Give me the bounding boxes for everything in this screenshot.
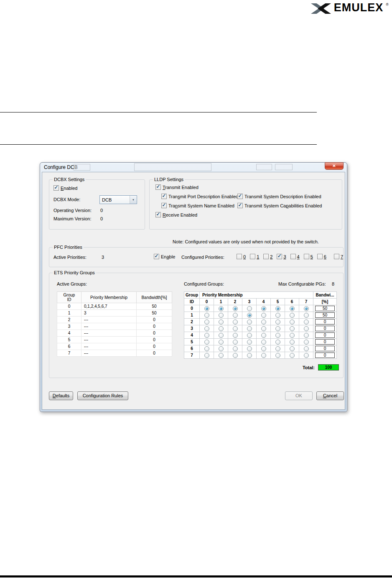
group-0-priority-2-radio[interactable] <box>233 306 238 311</box>
group-7-priority-3-radio[interactable] <box>247 353 252 358</box>
group-6-priority-5-radio[interactable] <box>275 346 280 351</box>
group-0-priority-6-radio[interactable] <box>290 306 295 311</box>
receive-enabled-item[interactable]: Receive Enabled <box>155 212 197 217</box>
group-5-priority-6-radio[interactable] <box>290 340 295 345</box>
transmit-system-description-item[interactable]: Transmit System Description Enabled <box>237 194 321 199</box>
group-0-priority-3-radio[interactable] <box>247 306 252 311</box>
group-2-priority-6-radio[interactable] <box>290 319 295 324</box>
pfc-priority-3-checkbox[interactable] <box>277 254 282 259</box>
pfc-priority-3-item[interactable]: 3 <box>277 254 286 259</box>
group-4-priority-6-radio[interactable] <box>290 333 295 338</box>
group-2-priority-5-radio[interactable] <box>275 319 280 324</box>
transmit-enabled-item[interactable]: Transmit Enabled <box>155 184 199 190</box>
pfc-priority-2-item[interactable]: 2 <box>263 254 272 259</box>
group-0-priority-4-radio[interactable] <box>261 306 266 311</box>
group-2-priority-2-radio[interactable] <box>233 319 238 324</box>
group-7-priority-4-radio[interactable] <box>261 353 266 358</box>
group-7-priority-1-radio[interactable] <box>219 353 224 358</box>
group-1-priority-2-radio[interactable] <box>233 313 238 318</box>
transmit-system-capabilities-checkbox[interactable] <box>237 203 243 208</box>
group-4-priority-3-radio[interactable] <box>247 333 252 338</box>
group-7-priority-2-radio[interactable] <box>233 353 238 358</box>
pfc-priority-6-item[interactable]: 6 <box>317 254 326 259</box>
group-2-priority-4-radio[interactable] <box>261 319 266 324</box>
pfc-priority-6-checkbox[interactable] <box>317 254 323 259</box>
group-4-bandwidth-input[interactable] <box>315 332 335 338</box>
pfc-priority-2-checkbox[interactable] <box>263 254 269 259</box>
transmit-system-name-item[interactable]: Transmit System Name Enabled <box>161 203 234 208</box>
group-3-priority-3-radio[interactable] <box>247 326 252 331</box>
group-4-priority-1-radio[interactable] <box>219 333 224 338</box>
group-6-priority-7-radio[interactable] <box>304 346 309 351</box>
transmit-system-name-checkbox[interactable] <box>161 203 167 208</box>
group-7-priority-7-radio[interactable] <box>304 353 309 358</box>
group-6-bandwidth-input[interactable] <box>315 346 335 351</box>
group-5-bandwidth-input[interactable] <box>315 339 335 345</box>
group-7-priority-6-radio[interactable] <box>290 353 295 358</box>
group-6-priority-2-radio[interactable] <box>233 346 238 351</box>
group-7-bandwidth-input[interactable] <box>315 353 335 358</box>
group-1-priority-7-radio[interactable] <box>304 313 309 318</box>
group-5-priority-1-radio[interactable] <box>219 340 224 345</box>
group-1-priority-3-radio[interactable] <box>247 313 252 318</box>
receive-enabled-checkbox[interactable] <box>155 212 161 217</box>
group-5-priority-2-radio[interactable] <box>233 340 238 345</box>
pfc-priority-4-checkbox[interactable] <box>290 254 296 259</box>
group-6-priority-4-radio[interactable] <box>261 346 266 351</box>
group-3-priority-2-radio[interactable] <box>233 326 238 331</box>
group-1-priority-5-radio[interactable] <box>275 313 280 318</box>
dcbx-enabled-item[interactable]: Enabled <box>53 185 77 191</box>
group-5-priority-5-radio[interactable] <box>275 340 280 345</box>
close-button[interactable]: ✕ <box>325 162 344 170</box>
group-3-bandwidth-input[interactable] <box>315 326 335 331</box>
transmit-port-description-checkbox[interactable] <box>161 194 167 199</box>
group-3-priority-7-radio[interactable] <box>304 326 309 331</box>
pfc-priority-0-checkbox[interactable] <box>237 254 242 259</box>
group-7-priority-0-radio[interactable] <box>204 353 209 358</box>
group-2-priority-7-radio[interactable] <box>304 319 309 324</box>
ok-button[interactable]: OK <box>285 391 313 400</box>
group-0-priority-7-radio[interactable] <box>304 306 309 311</box>
group-3-priority-6-radio[interactable] <box>290 326 295 331</box>
group-5-priority-4-radio[interactable] <box>261 340 266 345</box>
group-6-priority-3-radio[interactable] <box>247 346 252 351</box>
pfc-enable-item[interactable]: Enable <box>154 254 175 259</box>
group-0-bandwidth-input[interactable] <box>315 306 335 311</box>
transmit-port-description-item[interactable]: Transmit Port Description Enabled <box>161 194 238 199</box>
group-4-priority-4-radio[interactable] <box>261 333 266 338</box>
pfc-priority-0-item[interactable]: 0 <box>237 254 246 259</box>
group-4-priority-2-radio[interactable] <box>233 333 238 338</box>
pfc-priority-1-item[interactable]: 1 <box>250 254 259 259</box>
transmit-system-description-checkbox[interactable] <box>237 194 243 199</box>
transmit-system-capabilities-item[interactable]: Transmit System Capabilities Enabled <box>237 203 322 208</box>
pfc-priority-7-checkbox[interactable] <box>334 254 339 259</box>
group-4-priority-7-radio[interactable] <box>304 333 309 338</box>
group-2-bandwidth-input[interactable] <box>315 319 335 324</box>
group-2-priority-0-radio[interactable] <box>204 319 209 324</box>
dialog-titlebar[interactable]: Configure DCB ✕ <box>40 163 347 172</box>
group-7-priority-5-radio[interactable] <box>275 353 280 358</box>
group-3-priority-4-radio[interactable] <box>261 326 266 331</box>
group-0-priority-5-radio[interactable] <box>275 306 280 311</box>
group-1-priority-1-radio[interactable] <box>219 313 224 318</box>
pfc-priority-7-item[interactable]: 7 <box>334 254 343 259</box>
group-1-priority-0-radio[interactable] <box>204 313 209 318</box>
group-2-priority-3-radio[interactable] <box>247 319 252 324</box>
group-3-priority-1-radio[interactable] <box>219 326 224 331</box>
group-1-bandwidth-input[interactable] <box>315 312 335 318</box>
group-6-priority-1-radio[interactable] <box>219 346 224 351</box>
group-4-priority-5-radio[interactable] <box>275 333 280 338</box>
group-2-priority-1-radio[interactable] <box>219 319 224 324</box>
cancel-button[interactable]: Cancel <box>316 391 344 400</box>
group-3-priority-0-radio[interactable] <box>204 326 209 331</box>
defaults-button[interactable]: Defaults <box>49 391 73 400</box>
pfc-enable-checkbox[interactable] <box>154 254 159 259</box>
group-5-priority-7-radio[interactable] <box>304 340 309 345</box>
group-0-priority-1-radio[interactable] <box>219 306 224 311</box>
pfc-priority-4-item[interactable]: 4 <box>290 254 300 259</box>
group-4-priority-0-radio[interactable] <box>204 333 209 338</box>
dcbx-enabled-checkbox[interactable] <box>53 185 59 191</box>
group-5-priority-0-radio[interactable] <box>204 340 209 345</box>
configuration-rules-button[interactable]: Configuration Rules <box>77 391 128 400</box>
group-3-priority-5-radio[interactable] <box>275 326 280 331</box>
